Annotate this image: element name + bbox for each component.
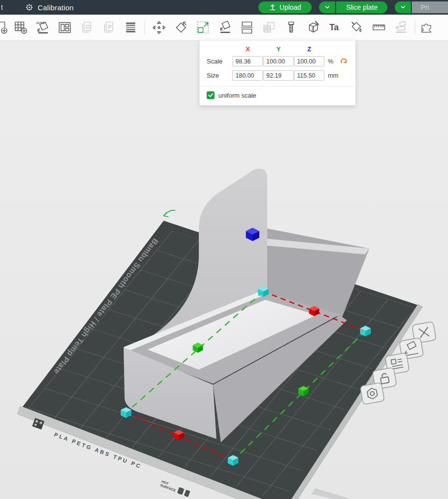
rotate-tool-icon[interactable] [170,16,192,39]
print-plate-label: Pri [421,3,429,11]
check-icon [208,93,213,98]
clipped-menu-text: t [1,3,3,11]
upload-button[interactable]: Upload [258,1,312,13]
axis-z-label: Z [294,45,324,53]
text-tool-icon[interactable]: Ta [324,16,346,39]
axis-header-row: XYZ [200,44,355,54]
top-bar: t Calibration Upload Slice pl [0,0,448,15]
slice-plate-label: Slice plate [346,3,378,11]
size-z-input[interactable] [294,70,324,81]
scale-z-input[interactable] [294,56,324,66]
scale-unit: % [325,58,340,65]
slice-dropdown-button[interactable] [319,1,335,13]
svg-text:Ta: Ta [329,22,339,32]
main-toolbar: AUTO O P [0,15,448,41]
scale-row: Scale % [200,54,355,68]
size-y-input[interactable] [263,70,294,81]
reset-scale-icon[interactable] [340,58,353,65]
variable-layer-height-icon-disabled [258,16,280,39]
uniform-scale-checkbox[interactable] [207,91,214,99]
viewport-3d[interactable]: Bambu Smooth PE Plate / High Temp Plate … [0,41,448,499]
topbar-actions: Upload Slice plate Pri [258,1,448,13]
chevron-down-icon [324,5,330,9]
slice-plate-button[interactable]: Slice plate [336,1,387,13]
axis-y-label: Y [263,45,294,53]
chevron-down-icon [400,5,406,9]
move-tool-icon[interactable] [148,16,170,39]
uniform-scale-label: uniform scale [218,92,256,99]
assembly-view-icon-disabled [390,16,412,39]
place-on-face-icon[interactable] [214,16,236,39]
size-unit: mm [325,72,340,79]
measure-tool-icon[interactable] [368,16,390,39]
uniform-scale-row: uniform scale [200,86,355,105]
plate-handle-notch [312,488,350,499]
upload-icon [269,4,276,11]
print-dropdown-button[interactable] [395,1,411,13]
add-plate-partial-icon[interactable] [0,16,10,39]
auto-orient-icon[interactable]: AUTO [32,16,54,39]
size-row-label: Size [207,72,232,79]
scale-row-label: Scale [207,58,232,65]
size-row: Size mm [200,68,355,83]
plate-gear-icon[interactable] [360,382,384,404]
export-plate-sliced-file-icon-disabled: P [98,16,120,39]
scale-y-input[interactable] [263,56,294,66]
upload-label: Upload [279,3,301,11]
add-plate-icon[interactable] [10,16,32,39]
plugin-icon[interactable] [420,16,433,39]
export-sliced-file-icon-disabled: O [76,16,98,39]
object-list-icon[interactable] [120,16,142,39]
plate-warning-text: HOT SURFACE [160,479,191,497]
calibration-gear-icon[interactable] [25,3,33,11]
svg-text:HOT SURFACE: HOT SURFACE [160,479,178,492]
svg-text:O: O [85,23,90,29]
color-painting-icon[interactable] [346,16,368,39]
print-plate-button[interactable]: Pri [412,1,448,13]
scale-tool-icon-active[interactable] [192,16,214,39]
seam-painting-icon[interactable] [280,16,302,39]
section-title: Calibration [38,3,74,12]
lay-flat-arrow-icon [164,210,175,217]
scale-x-input[interactable] [233,56,263,66]
svg-text:P: P [108,23,112,29]
scene-3d: Bambu Smooth PE Plate / High Temp Plate … [0,41,448,499]
size-x-input[interactable] [233,70,263,81]
cut-tool-icon[interactable] [302,16,324,39]
axis-x-label: X [233,45,263,53]
scale-panel: XYZ Scale % Size mm uniform scale [199,40,356,105]
warning-icon [177,487,184,495]
arrange-icon[interactable] [54,16,76,39]
split-to-objects-icon[interactable] [236,16,258,39]
warning-icon [184,490,190,497]
toolbar-separator [145,20,145,35]
toolbar-separator [415,20,415,35]
